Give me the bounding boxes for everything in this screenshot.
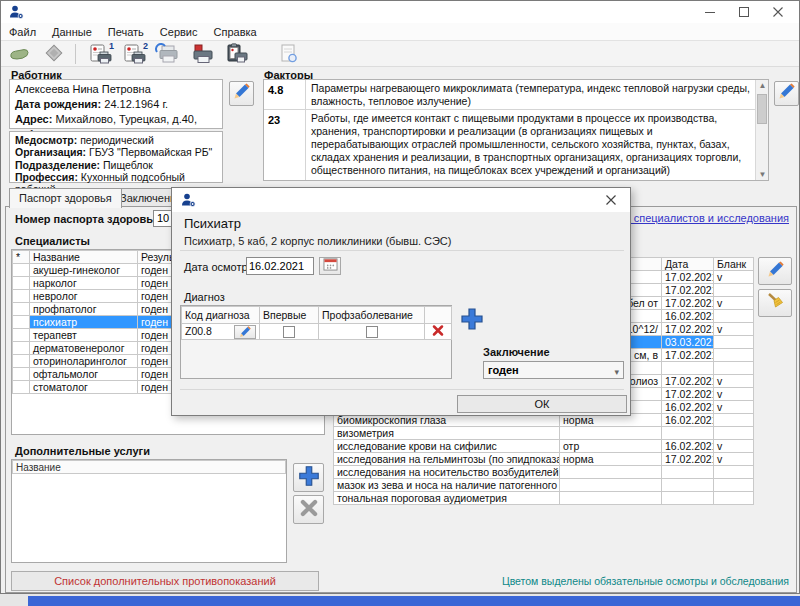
dialog-heading: Психиатр <box>184 216 241 231</box>
menu-print[interactable]: Печать <box>100 24 152 40</box>
conclusion-value: годен <box>488 364 519 376</box>
badge-2: 2 <box>143 41 148 51</box>
pencil-icon <box>767 261 784 282</box>
contraindications-button[interactable]: Список дополнительных противопоказаний <box>11 571 319 591</box>
divider <box>180 250 624 251</box>
scroll-up-icon[interactable]: ▲ <box>758 81 767 90</box>
extra-services-title: Дополнительные услуги <box>15 445 150 457</box>
add-service-button[interactable] <box>293 463 324 492</box>
legend-text: Цветом выделены обязательные осмотры и о… <box>502 575 789 587</box>
factor-code: 4.8 <box>264 80 306 109</box>
specialists-section-title: Специалисты <box>15 235 90 247</box>
ok-button[interactable]: ОК <box>457 395 627 413</box>
first-time-checkbox[interactable] <box>283 326 295 338</box>
exam-col-blank[interactable]: Бланк <box>714 258 754 271</box>
hand-open-icon[interactable] <box>5 42 35 66</box>
examination-row[interactable]: исследования на носительство возбудителе… <box>334 466 754 479</box>
dept-label: Подразделение: <box>15 159 100 171</box>
app-user-icon <box>8 4 24 20</box>
print-document-icon[interactable] <box>188 42 218 66</box>
dialog-subtitle: Психиатр, 5 каб, 2 корпус поликлиники (б… <box>184 235 451 247</box>
diag-col-first: Впервые <box>260 307 319 324</box>
remove-service-button[interactable] <box>293 495 324 524</box>
edit-diagnosis-button[interactable] <box>234 325 256 339</box>
examination-row[interactable]: тональная пороговая аудиометрия <box>334 492 754 505</box>
pencil-icon <box>778 83 795 104</box>
diagnosis-row[interactable]: Z00.8 <box>182 324 452 340</box>
diamond-icon[interactable] <box>39 42 69 66</box>
clear-examination-button[interactable] <box>758 289 792 317</box>
conclusion-select[interactable]: годен ▾ <box>483 361 624 379</box>
clipboard-print-icon[interactable] <box>222 42 252 66</box>
toolbar: 1 2 <box>1 41 799 67</box>
edit-worker-button[interactable] <box>229 81 254 106</box>
worker-birth-label: Дата рождения: <box>15 98 101 110</box>
diag-col-code: Код диагноза <box>182 307 260 324</box>
worker-birth: 24.12.1964 г. <box>104 98 168 110</box>
calendar-button[interactable] <box>319 257 341 275</box>
exam-label: Медосмотр: <box>15 134 77 146</box>
occupational-checkbox[interactable] <box>366 326 378 338</box>
edit-factors-button[interactable] <box>774 81 799 106</box>
factor-code: 23 <box>264 110 306 180</box>
spec-col-star[interactable]: * <box>13 251 30 264</box>
extra-services-table: Название <box>11 459 287 563</box>
factor-row[interactable]: 4.8 Параметры нагревающего микроклимата … <box>264 80 756 110</box>
prof-label: Профессия: <box>15 171 78 183</box>
examination-row[interactable]: исследование крови на сифилисотр16.02.20… <box>334 440 754 453</box>
med-report-2-icon[interactable]: 2 <box>120 42 150 66</box>
scrollbar-thumb[interactable] <box>757 94 767 124</box>
worker-name: Алексеева Нина Петровна <box>15 83 151 95</box>
dept-value: Пищеблок <box>103 159 153 171</box>
exam-date-input[interactable] <box>246 257 314 275</box>
badge-1: 1 <box>109 41 114 51</box>
org-value: ГБУЗ "Первомайская РБ" <box>89 146 212 158</box>
diag-col-actions <box>425 307 452 324</box>
psychiatrist-dialog: Психиатр Психиатр, 5 каб, 2 корпус полик… <box>171 187 631 416</box>
menu-help[interactable]: Справка <box>206 24 265 40</box>
add-specialists-link[interactable]: ть специалистов и исследования <box>620 212 789 224</box>
exam-value: периодический <box>80 134 154 146</box>
chevron-down-icon: ▾ <box>614 364 619 380</box>
document-options-icon[interactable] <box>274 42 304 66</box>
services-col-name[interactable]: Название <box>13 461 286 474</box>
exam-col-date[interactable]: Дата <box>662 258 714 271</box>
print-preview-icon[interactable] <box>154 42 184 66</box>
factors-table: 4.8 Параметры нагревающего микроклимата … <box>263 79 769 181</box>
conclusion-label: Заключение <box>483 346 550 358</box>
spec-col-name[interactable]: Название <box>30 251 138 264</box>
menu-file[interactable]: Файл <box>1 24 44 40</box>
application-window: Файл Данные Печать Сервис Справка 1 2 <box>0 0 800 594</box>
plus-icon <box>459 306 485 336</box>
scroll-down-icon[interactable]: ▼ <box>758 170 767 179</box>
factor-text: Параметры нагревающего микроклимата (тем… <box>306 80 756 109</box>
tab-health-passport[interactable]: Паспорт здоровья <box>9 188 122 208</box>
edit-examination-button[interactable] <box>758 257 792 285</box>
worker-address-label: Адрес: <box>15 113 52 125</box>
toolbar-separator <box>75 44 76 64</box>
worker-exam-box: Медосмотр: периодический Организация: ГБ… <box>9 131 223 183</box>
menu-data[interactable]: Данные <box>44 24 100 40</box>
diagnosis-table: Код диагноза Впервые Профзаболевание Z00… <box>180 305 452 379</box>
taskbar[interactable] <box>28 596 800 606</box>
dialog-user-icon <box>180 192 196 212</box>
examination-row[interactable]: визометрия <box>334 427 754 440</box>
examination-row[interactable]: исследования на гельминтозы (по эпидпока… <box>334 453 754 466</box>
close-button[interactable] <box>761 1 795 23</box>
dialog-close-button[interactable] <box>596 188 626 212</box>
divider <box>180 389 624 390</box>
menu-service[interactable]: Сервис <box>152 24 206 40</box>
plus-icon <box>297 464 321 492</box>
factors-scrollbar[interactable]: ▲ ▼ <box>755 80 768 180</box>
factor-row[interactable]: 23 Работы, где имеется контакт с пищевым… <box>264 110 756 180</box>
org-label: Организация: <box>15 146 86 158</box>
maximize-button[interactable] <box>727 1 761 23</box>
diagnosis-label: Диагноз <box>184 291 225 303</box>
med-report-1-icon[interactable]: 1 <box>86 42 116 66</box>
x-icon <box>299 498 319 522</box>
minimize-button[interactable] <box>693 1 727 23</box>
delete-diagnosis-button[interactable] <box>431 327 445 339</box>
add-diagnosis-button[interactable] <box>458 308 485 334</box>
dialog-title-bar <box>172 188 630 212</box>
examination-row[interactable]: мазок из зева и носа на наличие патогенн… <box>334 479 754 492</box>
